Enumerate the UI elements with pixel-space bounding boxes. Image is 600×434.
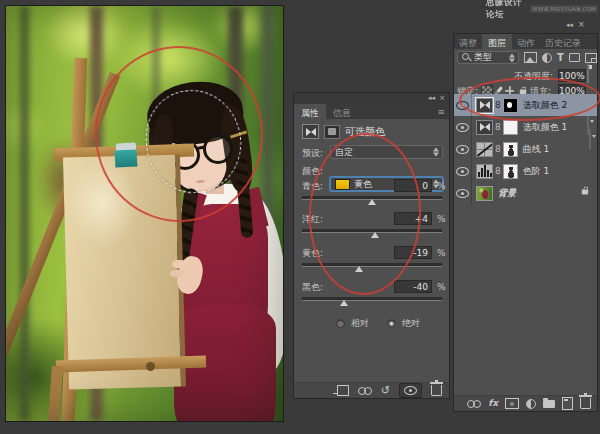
black-value[interactable]: -40 [394,280,432,293]
eye-icon [456,145,469,154]
preset-dropdown[interactable]: 自定 [330,145,443,159]
eye-icon [456,123,469,132]
new-adjustment-layer-icon[interactable] [526,399,536,409]
tab-layers[interactable]: 图层 [482,34,512,49]
filter-pixel-layers-icon[interactable] [524,52,537,63]
panel-menu-icon[interactable]: ≡ [433,104,449,119]
layer-mask-thumbnail[interactable] [503,142,518,157]
visibility-toggle[interactable] [399,383,422,398]
tab-history[interactable]: 历史记录 [540,34,586,49]
watermark-subtitle: WWW.MISSYUAN.COM [530,5,598,13]
layer-row-curves-1[interactable]: 8 曲线 1 [454,138,597,160]
layer-filtering-toggle[interactable] [587,63,589,84]
eye-icon [456,189,469,198]
filter-type-buttons: T [524,52,597,63]
magenta-slider-thumb[interactable] [371,232,379,238]
adjustment-header: 可选颜色 [302,124,385,139]
layer-mask-thumbnail[interactable] [503,98,518,113]
mask-link-icon[interactable]: 8 [495,100,501,110]
mask-link-icon[interactable]: 8 [495,166,501,176]
filter-smart-objects-icon[interactable] [585,53,597,63]
eye-icon [404,386,417,395]
black-slider[interactable] [302,297,442,301]
previous-state-icon[interactable] [358,387,372,395]
layer-row-selective-color-1[interactable]: 8 选取颜色 1 [454,116,597,138]
link-layers-icon[interactable] [467,400,481,408]
layer-name[interactable]: 曲线 1 [523,143,550,156]
preset-label: 预设: [302,149,323,158]
close-panel-icon[interactable]: × [578,20,585,29]
properties-footer: ↺ [294,382,449,398]
new-group-icon[interactable] [543,400,555,408]
relative-radio[interactable] [336,319,345,328]
new-layer-icon[interactable] [562,397,573,410]
selective-color-icon[interactable] [476,120,493,135]
collapse-panel-icon[interactable]: ◂◂ [428,95,435,102]
collapse-panel-icon[interactable]: ◂◂ [566,21,573,29]
add-mask-icon[interactable] [505,398,519,409]
layer-visibility[interactable] [454,160,472,182]
filter-adjustment-layers-icon[interactable] [542,53,552,63]
filter-shape-layers-icon[interactable] [569,53,580,62]
tab-actions[interactable]: 动作 [512,34,540,49]
selective-color-icon [302,124,319,139]
opacity-value[interactable]: 100% [558,69,586,82]
layer-name[interactable]: 选取颜色 1 [523,121,568,134]
adjustment-title: 可选颜色 [345,127,385,137]
clip-to-layer-icon[interactable] [337,385,349,396]
layer-mask-thumbnail[interactable] [503,164,518,179]
black-slider-thumb[interactable] [340,300,348,306]
mask-link-icon[interactable]: 8 [495,122,501,132]
layer-row-background[interactable]: 背景 [454,182,597,205]
layer-name[interactable]: 选取颜色 2 [523,99,568,112]
filter-type-layers-icon[interactable]: T [557,53,564,63]
absolute-radio[interactable] [387,319,396,328]
mask-link-icon[interactable]: 8 [495,144,501,154]
close-panel-icon[interactable]: × [439,95,445,102]
relative-radio-label: 相对 [351,319,369,328]
layer-visibility[interactable] [454,94,472,116]
tab-info[interactable]: 信息 [326,104,358,119]
document-canvas[interactable] [5,5,284,422]
magenta-value[interactable]: +4 [394,212,432,225]
cyan-value[interactable]: 0 [394,179,432,192]
magenta-unit: % [437,215,446,224]
layer-locked-icon [582,189,588,194]
layer-visibility[interactable] [454,138,472,160]
magenta-label: 洋红: [302,215,323,224]
background-layer-thumbnail[interactable] [476,186,493,201]
layer-style-fx-icon[interactable]: fx [488,399,498,408]
layer-row-levels-1[interactable]: 8 色阶 1 [454,160,597,182]
preset-value: 自定 [335,146,353,159]
levels-icon[interactable] [476,164,493,179]
layer-name[interactable]: 背景 [498,187,516,200]
opacity-label: 不透明度: [514,72,553,81]
layer-name[interactable]: 色阶 1 [523,165,550,178]
layers-panel: 调整 图层 动作 历史记录 类型 T 正常 不透明度: 100% 锁定: [453,33,598,412]
delete-adjustment-icon[interactable] [431,385,442,396]
yellow-value[interactable]: -19 [394,246,432,259]
layers-footer: fx [454,395,597,411]
yellow-slider[interactable] [302,263,442,267]
filter-kind-dropdown[interactable]: 类型 [457,51,519,64]
watermark: 思缘设计论坛 WWW.MISSYUAN.COM [486,3,598,15]
layer-visibility[interactable] [454,116,472,138]
magenta-slider[interactable] [302,229,442,233]
dropdown-arrows-icon [509,53,516,62]
tab-properties[interactable]: 属性 [294,104,326,119]
layer-row-selective-color-2[interactable]: 8 选取颜色 2 [454,94,597,116]
layer-visibility[interactable] [454,182,472,205]
layer-mask-thumbnail[interactable] [503,120,518,135]
mask-icon [324,125,340,139]
delete-layer-icon[interactable] [580,398,591,409]
dropdown-arrows-icon [433,148,440,157]
cyan-slider-thumb[interactable] [368,199,376,205]
reset-icon[interactable]: ↺ [381,386,390,396]
selective-color-icon[interactable] [476,98,493,113]
yellow-unit: % [437,249,446,258]
yellow-slider-thumb[interactable] [355,266,363,272]
layers-tab-bar: 调整 图层 动作 历史记录 [454,34,597,49]
tab-adjustments[interactable]: 调整 [454,34,482,49]
curves-icon[interactable] [476,142,493,157]
cyan-slider[interactable] [302,196,442,200]
